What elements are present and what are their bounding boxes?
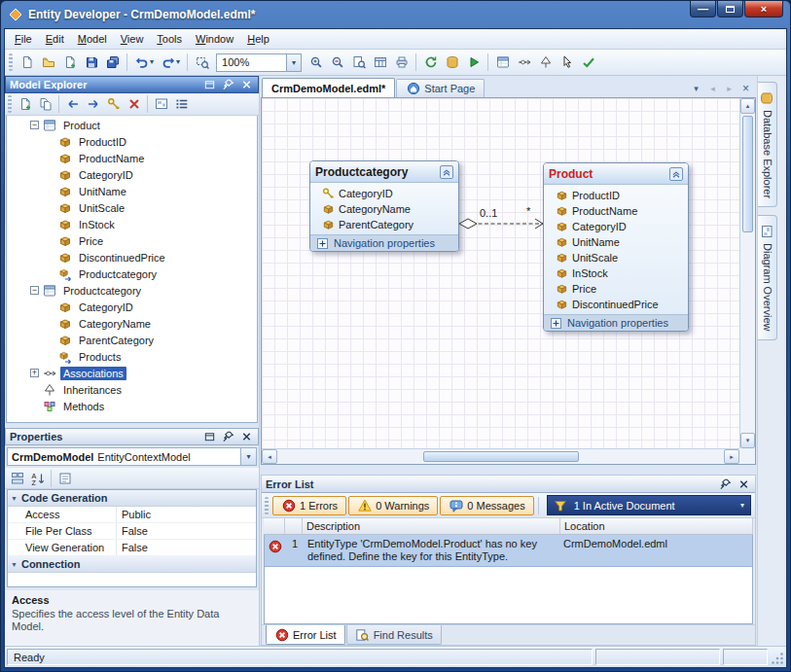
- dropdown-caret-icon[interactable]: ▾: [740, 501, 744, 510]
- add-item-button[interactable]: [59, 53, 80, 73]
- title-bar[interactable]: Entity Developer - CrmDemoModel.edml* — …: [1, 1, 790, 28]
- error-row[interactable]: 1EntityType 'CrmDemoModel.Product' has n…: [265, 535, 752, 567]
- doc-tab-crmdemomodel-edml[interactable]: CrmDemoModel.edml*: [262, 78, 395, 97]
- validate-button[interactable]: [578, 53, 598, 73]
- horizontal-splitter[interactable]: [260, 465, 757, 475]
- vertical-scrollbar[interactable]: ▴ ▾: [739, 98, 755, 448]
- tree-item-productcategory[interactable]: −Productcategory: [7, 282, 257, 299]
- pin-icon[interactable]: [718, 477, 733, 491]
- entity-member-categoryid[interactable]: CategoryID: [310, 186, 458, 201]
- entity-member-instock[interactable]: InStock: [544, 265, 688, 281]
- refresh-model-button[interactable]: [420, 53, 441, 73]
- tree-item-unitscale[interactable]: UnitScale: [7, 199, 257, 216]
- window-position-icon[interactable]: [202, 78, 217, 91]
- scope-filter-dropdown[interactable]: 1 In Active Document ▾: [547, 495, 751, 515]
- property-row-access[interactable]: AccessPublic: [8, 507, 256, 523]
- delete-button[interactable]: [124, 94, 144, 115]
- menu-item-file[interactable]: File: [8, 30, 39, 48]
- navigation-properties-row[interactable]: Navigation properties: [310, 234, 458, 251]
- save-button[interactable]: [81, 53, 101, 73]
- menu-item-model[interactable]: Model: [71, 30, 114, 48]
- menu-item-view[interactable]: View: [114, 30, 151, 48]
- close-icon[interactable]: [239, 78, 254, 91]
- entity-member-productid[interactable]: ProductID: [544, 188, 688, 203]
- properties-grid[interactable]: ▼Code GenerationAccessPublicFile Per Cla…: [7, 489, 257, 587]
- zoom-out-button[interactable]: [327, 53, 347, 73]
- collapse-chevron-icon[interactable]: [669, 167, 683, 181]
- open-model-button[interactable]: [38, 53, 58, 73]
- tree-item-inheritances[interactable]: Inheritances: [7, 381, 257, 398]
- tree-item-methods[interactable]: Methods: [7, 398, 257, 414]
- tree-expander-minus[interactable]: −: [30, 286, 39, 295]
- entity-header[interactable]: Product: [544, 163, 688, 185]
- tree-item-products[interactable]: Products: [7, 348, 257, 365]
- close-button[interactable]: ×: [744, 1, 783, 18]
- sort-alphabetical-button[interactable]: AZ: [27, 468, 48, 488]
- error-list-header[interactable]: Error List: [262, 476, 755, 493]
- navigation-properties-row[interactable]: Navigation properties: [544, 314, 688, 331]
- entity-member-unitname[interactable]: UnitName: [544, 234, 688, 250]
- dropdown-caret-icon[interactable]: ▾: [286, 54, 301, 71]
- tree-expander-plus[interactable]: +: [30, 369, 39, 377]
- tool-tab-error-list[interactable]: Error List: [266, 625, 345, 645]
- tool-tab-find-results[interactable]: Find Results: [346, 625, 442, 645]
- vertical-scroll-thumb[interactable]: [742, 116, 753, 232]
- generate-code-button[interactable]: [370, 53, 390, 73]
- print-button[interactable]: [391, 53, 412, 73]
- close-icon[interactable]: [239, 430, 254, 443]
- update-database-button[interactable]: [442, 53, 462, 73]
- categorized-button[interactable]: [7, 468, 27, 488]
- maximize-button[interactable]: [717, 1, 743, 18]
- side-tab-database-explorer[interactable]: Database Explorer: [758, 82, 777, 207]
- minimize-button[interactable]: —: [690, 1, 716, 18]
- model-explorer-header[interactable]: Model Explorer: [5, 76, 259, 93]
- toggle-1-errors[interactable]: 1 Errors: [272, 496, 346, 515]
- dropdown-caret-icon[interactable]: ▾: [150, 58, 154, 66]
- property-pages-button[interactable]: [54, 468, 75, 488]
- tree-item-associations[interactable]: +Associations: [7, 365, 257, 381]
- key-button[interactable]: [103, 94, 124, 115]
- tree-item-categoryid[interactable]: CategoryID: [7, 299, 257, 315]
- tree-item-productid[interactable]: ProductID: [7, 133, 257, 150]
- model-tree[interactable]: −ProductProductIDProductNameCategoryIDUn…: [6, 116, 258, 423]
- close-icon[interactable]: [737, 477, 751, 491]
- toolbar-grip[interactable]: [9, 53, 13, 71]
- diagram-canvas[interactable]: 0..1 * ProductcategoryCategoryIDCategory…: [262, 98, 739, 448]
- toolbar-grip[interactable]: [265, 497, 269, 514]
- run-button[interactable]: [463, 53, 484, 73]
- redo-button[interactable]: ▾: [158, 53, 183, 73]
- column-location[interactable]: Location: [560, 518, 753, 534]
- window-position-icon[interactable]: [202, 430, 217, 443]
- property-row-view-generation[interactable]: View GenerationFalse: [8, 540, 256, 556]
- property-category-code-generation[interactable]: ▼Code Generation: [8, 490, 256, 507]
- scroll-down-icon[interactable]: ▾: [740, 433, 755, 448]
- pin-icon[interactable]: [221, 430, 235, 443]
- zoom-region-button[interactable]: [192, 53, 212, 73]
- column-description[interactable]: Description: [303, 518, 560, 534]
- toggle-0-warnings[interactable]: 0 Warnings: [348, 496, 438, 515]
- scroll-right-icon[interactable]: ▸: [724, 449, 739, 464]
- save-all-button[interactable]: [102, 53, 123, 73]
- undo-button[interactable]: ▾: [131, 53, 157, 73]
- new-entity-button[interactable]: [492, 53, 513, 73]
- scroll-left-icon[interactable]: ◂: [705, 81, 720, 95]
- resize-grip[interactable]: [771, 650, 784, 665]
- tree-item-product[interactable]: −Product: [7, 117, 257, 133]
- property-row-file-per-class[interactable]: File Per ClassFalse: [8, 523, 256, 540]
- column-icon[interactable]: [264, 518, 285, 534]
- entity-product[interactable]: ProductProductIDProductNameCategoryIDUni…: [543, 162, 689, 332]
- error-rows[interactable]: 1EntityType 'CrmDemoModel.Product' has n…: [264, 535, 753, 624]
- scroll-left-icon[interactable]: ◂: [262, 449, 277, 464]
- dropdown-caret-icon[interactable]: ▾: [176, 58, 180, 66]
- menu-item-help[interactable]: Help: [240, 30, 276, 48]
- entity-member-categoryname[interactable]: CategoryName: [310, 201, 458, 217]
- new-document-button[interactable]: [17, 53, 37, 73]
- move-right-button[interactable]: [83, 94, 103, 115]
- tree-item-productcategory[interactable]: Productcategory: [7, 265, 257, 282]
- property-category-connection[interactable]: ▼Connection: [8, 556, 256, 573]
- tree-item-price[interactable]: Price: [7, 232, 257, 249]
- list-view-button[interactable]: [171, 94, 192, 115]
- properties-header[interactable]: Properties: [5, 428, 259, 445]
- toggle-0-messages[interactable]: 0 Messages: [440, 496, 533, 515]
- entity-member-unitscale[interactable]: UnitScale: [544, 250, 688, 265]
